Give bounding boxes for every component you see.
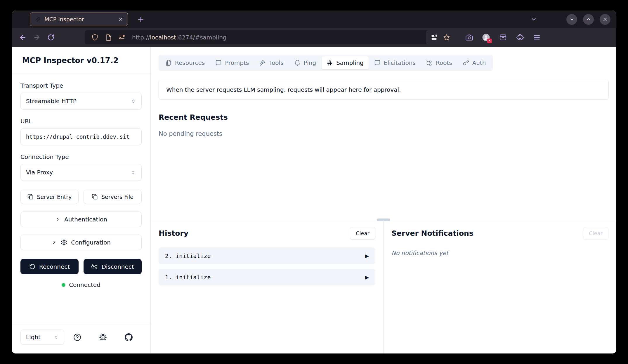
transport-type-label: Transport Type xyxy=(20,82,142,89)
servers-file-button[interactable]: Servers File xyxy=(84,190,142,204)
sidebar-divider xyxy=(12,74,150,74)
sampling-info-banner: When the server requests LLM sampling, r… xyxy=(159,80,609,100)
gear-icon xyxy=(61,239,67,246)
menu-hamburger-icon[interactable] xyxy=(530,31,543,44)
window-minimize-button[interactable] xyxy=(566,14,577,25)
tab-label: Tools xyxy=(269,59,283,66)
tab-label: Ping xyxy=(304,59,316,66)
copy-icon xyxy=(27,194,34,200)
expand-arrow-icon[interactable]: ▶ xyxy=(365,274,369,280)
transport-type-value: Streamable HTTP xyxy=(26,98,77,105)
tab-close-icon[interactable] xyxy=(118,17,123,22)
server-notifications-title: Server Notifications xyxy=(391,229,473,238)
recent-requests-title: Recent Requests xyxy=(159,113,609,122)
window-maximize-button[interactable] xyxy=(583,14,594,25)
authentication-expander[interactable]: Authentication xyxy=(20,212,142,227)
history-item-label: 1. initialize xyxy=(165,274,211,281)
tab-elicitations[interactable]: Elicitations xyxy=(369,56,421,69)
url-bar[interactable]: http://localhost:6274/#sampling xyxy=(85,30,455,44)
library-tray-icon[interactable] xyxy=(497,31,509,44)
hammer-icon xyxy=(259,60,266,66)
forward-button[interactable] xyxy=(30,31,44,44)
history-item[interactable]: 2. initialize ▶ xyxy=(159,247,375,264)
tab-sampling[interactable]: Sampling xyxy=(322,56,369,69)
notifications-clear-button[interactable]: Clear xyxy=(583,227,608,240)
mcp-inspector-app: MCP Inspector v0.17.2 Transport Type Str… xyxy=(12,47,616,353)
disconnect-button[interactable]: Disconnect xyxy=(84,259,142,274)
shield-icon[interactable] xyxy=(89,34,100,41)
shortcuts-grid-icon[interactable] xyxy=(431,34,437,41)
expand-arrow-icon[interactable]: ▶ xyxy=(365,253,369,259)
chevrons-up-down-icon xyxy=(54,335,59,340)
theme-select[interactable]: Light xyxy=(20,330,64,345)
servers-file-label: Servers File xyxy=(101,194,133,200)
url-scheme: http:// xyxy=(132,34,150,41)
tab-prompts[interactable]: Prompts xyxy=(210,56,254,69)
window-close-button[interactable] xyxy=(600,14,610,25)
history-panel: History Clear 2. initialize ▶ 1. initial… xyxy=(151,220,384,353)
tab-tools[interactable]: Tools xyxy=(254,56,288,69)
reconnect-label: Reconnect xyxy=(39,263,70,270)
reconnect-button[interactable]: Reconnect xyxy=(20,259,79,274)
server-entry-button[interactable]: Server Entry xyxy=(20,190,79,204)
list-all-tabs-chevron-icon[interactable] xyxy=(528,13,539,25)
configuration-expander[interactable]: Configuration xyxy=(20,235,142,250)
account-avatar-icon[interactable]: ✕ xyxy=(480,31,492,44)
back-button[interactable] xyxy=(16,31,30,44)
window-controls xyxy=(528,13,610,25)
configuration-label: Configuration xyxy=(71,239,111,246)
reload-button[interactable] xyxy=(44,31,58,44)
tab-ping[interactable]: Ping xyxy=(289,56,321,69)
tab-label: Auth xyxy=(472,59,486,66)
sidebar-footer: Light xyxy=(12,323,150,353)
sidebar: MCP Inspector v0.17.2 Transport Type Str… xyxy=(12,47,151,353)
bug-report-icon[interactable] xyxy=(97,331,109,343)
bell-icon xyxy=(294,60,301,66)
new-tab-button[interactable] xyxy=(135,13,147,25)
rotate-ccw-icon xyxy=(29,264,35,270)
copy-icon xyxy=(92,194,98,200)
url-path: :6274/#sampling xyxy=(176,34,226,41)
sidebar-header: MCP Inspector v0.17.2 xyxy=(12,47,150,74)
chevron-right-icon xyxy=(55,216,60,222)
connection-type-select[interactable]: Via Proxy xyxy=(20,164,142,181)
no-pending-requests-text: No pending requests xyxy=(159,130,609,137)
server-url-input[interactable] xyxy=(20,128,142,145)
history-item[interactable]: 1. initialize ▶ xyxy=(159,269,375,285)
tab-label: Elicitations xyxy=(384,59,416,66)
tab-label: Prompts xyxy=(225,59,249,66)
feature-tab-bar: Resources Prompts Tools Ping xyxy=(159,55,493,71)
no-notifications-text: No notifications yet xyxy=(391,249,608,256)
chevron-right-icon xyxy=(51,240,57,245)
tab-favicon-mcp-icon xyxy=(34,16,41,22)
github-icon[interactable] xyxy=(123,331,135,343)
server-entry-label: Server Entry xyxy=(37,194,72,200)
bookmark-star-icon[interactable] xyxy=(443,34,450,41)
authentication-label: Authentication xyxy=(64,216,107,223)
tab-auth[interactable]: Auth xyxy=(458,56,491,69)
message-square-icon xyxy=(374,60,381,66)
history-title: History xyxy=(159,229,188,238)
url-bar-actions xyxy=(426,30,455,44)
url-hostname: localhost xyxy=(150,34,176,41)
history-clear-button[interactable]: Clear xyxy=(350,227,375,240)
server-notifications-panel: Server Notifications Clear No notificati… xyxy=(384,220,616,353)
browser-tab-strip: MCP Inspector xyxy=(12,11,616,28)
browser-tab[interactable]: MCP Inspector xyxy=(30,13,128,26)
browser-toolbar: http://localhost:6274/#sampling ✕ xyxy=(12,28,616,47)
page-info-icon[interactable] xyxy=(103,34,114,41)
hash-icon xyxy=(327,60,333,66)
tab-label: Sampling xyxy=(336,59,364,66)
app-title: MCP Inspector v0.17.2 xyxy=(22,56,140,65)
help-icon[interactable] xyxy=(71,331,83,343)
extensions-puzzle-icon[interactable] xyxy=(513,31,526,44)
tab-roots[interactable]: Roots xyxy=(421,56,457,69)
screenshot-camera-icon[interactable] xyxy=(463,31,476,44)
connection-status: Connected xyxy=(20,281,142,288)
transport-type-select[interactable]: Streamable HTTP xyxy=(20,93,142,110)
chevrons-up-down-icon xyxy=(131,98,136,104)
url-display[interactable]: http://localhost:6274/#sampling xyxy=(132,34,227,41)
status-text: Connected xyxy=(69,281,100,288)
permissions-icon[interactable] xyxy=(116,34,127,41)
tab-resources[interactable]: Resources xyxy=(160,56,210,69)
